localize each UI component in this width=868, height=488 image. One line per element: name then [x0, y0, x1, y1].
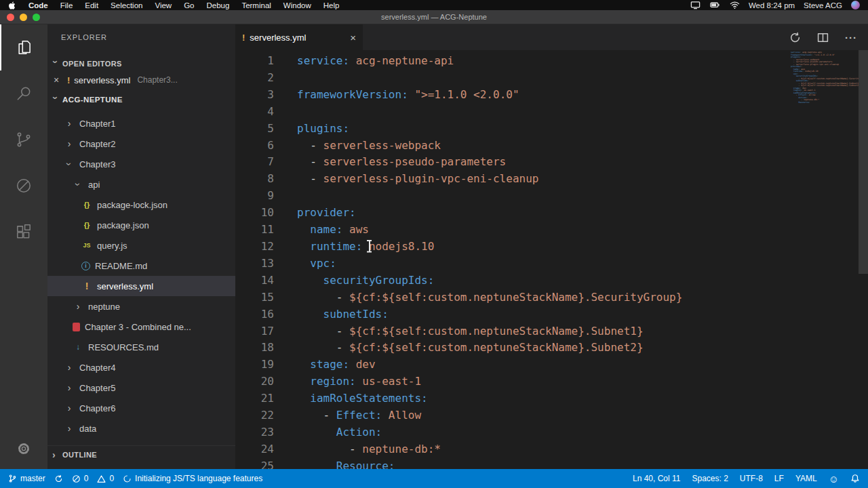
chevron-down-icon: › [52, 60, 59, 67]
tree-item-chapter3[interactable]: ›Chapter3 [47, 154, 235, 174]
close-tab-icon[interactable]: × [350, 32, 356, 43]
sync-icon[interactable] [54, 474, 63, 483]
code-line[interactable]: 10provider: [235, 205, 868, 222]
warning-count[interactable]: 0 [97, 474, 114, 483]
language-mode[interactable]: YAML [795, 474, 817, 483]
tree-item-api[interactable]: ›api [47, 174, 235, 195]
code-line[interactable]: 21 iamRoleStatements: [235, 390, 868, 407]
tab-serverless-yml[interactable]: ! serverless.yml × [235, 24, 363, 50]
menubar-user[interactable]: Steve ACG [804, 1, 842, 9]
close-window-button[interactable] [7, 14, 14, 21]
outline-header[interactable]: › OUTLINE [47, 445, 235, 463]
code-line[interactable]: 16 subnetIds: [235, 306, 868, 323]
tree-item-chapter4[interactable]: ›Chapter4 [47, 357, 235, 378]
close-icon[interactable]: × [54, 75, 63, 85]
code-line[interactable]: 3frameworkVersion: ">=1.1.0 <2.0.0" [235, 87, 868, 104]
menu-file[interactable]: File [60, 1, 73, 9]
code-line[interactable]: 25 Resource: [235, 458, 868, 469]
menu-go[interactable]: Go [184, 1, 194, 9]
code-line[interactable]: 11 name: aws [235, 222, 868, 239]
error-count[interactable]: 0 [72, 474, 89, 483]
feedback-smiley-icon[interactable]: ☺ [829, 474, 839, 484]
sync-changes-icon[interactable] [789, 32, 801, 43]
scrollbar-thumb[interactable] [859, 50, 868, 274]
code-line[interactable]: 15 - ${cf:${self:custom.neptuneStackName… [235, 289, 868, 306]
code-line[interactable]: 4 [235, 104, 868, 121]
indentation-setting[interactable]: Spaces: 2 [692, 474, 728, 483]
tree-item-chapter6[interactable]: ›Chapter6 [47, 398, 235, 418]
display-icon[interactable] [690, 0, 701, 10]
minimize-window-button[interactable] [20, 14, 27, 21]
root-folder-header[interactable]: › ACG-NEPTUNE [47, 92, 235, 108]
code-line[interactable]: 2 [235, 70, 868, 87]
code-line[interactable]: 17 - ${cf:${self:custom.neptuneStackName… [235, 323, 868, 340]
menu-code[interactable]: Code [28, 1, 48, 9]
workbench: EXPLORER › OPEN EDITORS × ! serverless.y… [0, 24, 868, 469]
menu-view[interactable]: View [155, 1, 172, 9]
open-editors-header[interactable]: › OPEN EDITORS [47, 56, 235, 71]
code-editor[interactable]: 1service: acg-neptune-api23frameworkVers… [235, 50, 868, 469]
tree-item-data[interactable]: ›data [47, 418, 235, 439]
menubar-clock[interactable]: Wed 8:24 pm [749, 1, 795, 9]
siri-icon[interactable] [851, 1, 860, 9]
extensions-icon[interactable] [0, 209, 47, 255]
code-line[interactable]: 9 [235, 188, 868, 205]
split-editor-icon[interactable] [817, 32, 829, 43]
explorer-icon[interactable] [0, 24, 47, 70]
tree-item-label: Chapter3 [79, 159, 115, 169]
source-control-icon[interactable] [0, 117, 47, 163]
tree-item-package-lock-json[interactable]: {}package-lock.json [47, 195, 235, 215]
apple-menu-icon[interactable] [8, 1, 16, 10]
code-line[interactable]: 19 stage: dev [235, 357, 868, 373]
wifi-icon[interactable] [730, 0, 740, 10]
activity-bar [0, 24, 47, 469]
encoding-setting[interactable]: UTF-8 [740, 474, 763, 483]
line-number: 10 [235, 205, 274, 222]
code-line[interactable]: 8 - serverless-plugin-vpc-eni-cleanup [235, 171, 868, 188]
code-line[interactable]: 13 vpc: [235, 256, 868, 272]
chevron-down-icon: › [52, 96, 59, 103]
code-line[interactable]: 24 - neptune-db:* [235, 441, 868, 458]
line-number: 18 [235, 340, 274, 357]
language-status-message[interactable]: Initializing JS/TS language features [123, 474, 262, 483]
open-editor-item[interactable]: × ! serverless.yml Chapter3... [47, 71, 235, 89]
code-line[interactable]: 22 - Effect: Allow [235, 407, 868, 424]
settings-gear-icon[interactable] [0, 441, 47, 457]
line-number: 7 [235, 154, 274, 171]
tree-item-chapter-3-combined-ne-[interactable]: Chapter 3 - Combined ne... [47, 317, 235, 337]
code-line[interactable]: 14 securityGroupIds: [235, 272, 868, 289]
menu-window[interactable]: Window [283, 1, 311, 9]
tree-item-chapter1[interactable]: ›Chapter1 [47, 113, 235, 134]
code-line[interactable]: 20 region: us-east-1 [235, 373, 868, 390]
battery-icon[interactable] [709, 0, 721, 10]
tree-item-resources-md[interactable]: ↓RESOURCES.md [47, 337, 235, 357]
tree-item-neptune[interactable]: ›neptune [47, 296, 235, 317]
eol-setting[interactable]: LF [774, 474, 784, 483]
menu-edit[interactable]: Edit [85, 1, 98, 9]
tree-item-serverless-yml[interactable]: !serverless.yml [47, 276, 235, 296]
menu-selection[interactable]: Selection [111, 1, 142, 9]
code-line[interactable]: 5plugins: [235, 121, 868, 138]
debug-icon[interactable] [0, 163, 47, 209]
menu-debug[interactable]: Debug [206, 1, 229, 9]
zoom-window-button[interactable] [33, 14, 40, 21]
code-line[interactable]: 7 - serverless-pseudo-parameters [235, 154, 868, 171]
cursor-position[interactable]: Ln 40, Col 11 [633, 474, 681, 483]
notifications-bell-icon[interactable] [850, 474, 860, 483]
code-line[interactable]: 1service: acg-neptune-api [235, 53, 868, 70]
code-line[interactable]: 18 - ${cf:${self:custom.neptuneStackName… [235, 340, 868, 357]
tree-item-readme-md[interactable]: iREADME.md [47, 256, 235, 276]
minimap[interactable]: service: acg-neptune-apiframeworkVersion… [791, 52, 859, 469]
menu-help[interactable]: Help [323, 1, 340, 9]
code-line[interactable]: 6 - serverless-webpack [235, 138, 868, 155]
tree-item-query-js[interactable]: JSquery.js [47, 235, 235, 256]
more-actions-icon[interactable]: ··· [845, 32, 857, 43]
menu-terminal[interactable]: Terminal [241, 1, 271, 9]
tree-item-chapter2[interactable]: ›Chapter2 [47, 134, 235, 154]
code-line[interactable]: 23 Action: [235, 424, 868, 441]
tree-item-chapter5[interactable]: ›Chapter5 [47, 378, 235, 398]
git-branch-indicator[interactable]: master [8, 474, 45, 483]
search-icon[interactable] [0, 70, 47, 117]
code-line[interactable]: 12 runtime: nodejs8.10 [235, 239, 868, 256]
tree-item-package-json[interactable]: {}package.json [47, 215, 235, 235]
